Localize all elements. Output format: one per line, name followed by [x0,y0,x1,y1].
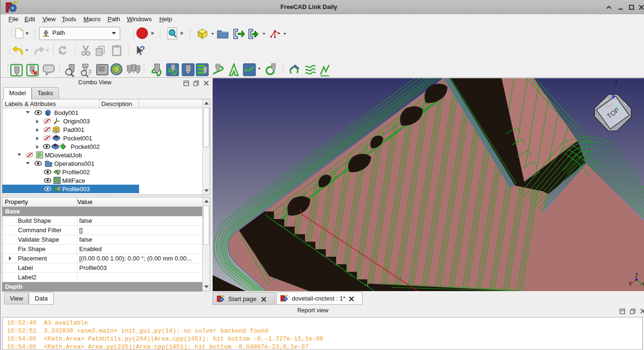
svg-text:Z: Z [635,272,638,278]
svg-text:Y: Y [642,281,644,287]
svg-text:Z: Z [615,80,618,85]
svg-text:X: X [628,281,632,286]
